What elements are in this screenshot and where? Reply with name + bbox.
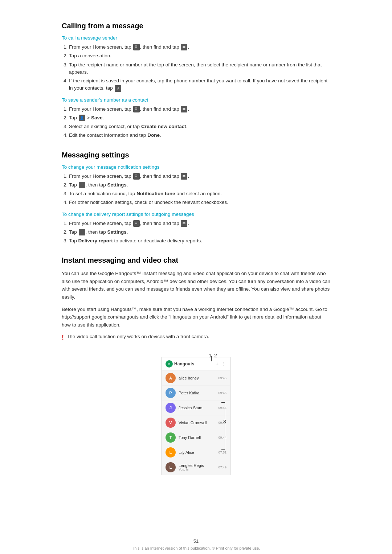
save-sender-steps: From your Home screen, tap ⠿, then find … <box>69 106 330 139</box>
avatar: A <box>166 373 176 383</box>
grid-icon: ⠿ <box>133 173 140 180</box>
list-item: From your Home screen, tap ⠿, then find … <box>69 44 330 51</box>
callout-3-bracket <box>221 402 225 450</box>
contact-name: alice honey <box>179 376 215 380</box>
note-text: The video call function only works on de… <box>67 333 209 340</box>
calling-section: Calling from a message To call a message… <box>62 22 330 139</box>
calling-title: Calling from a message <box>62 22 330 30</box>
menu-icon: ⋮ <box>79 182 85 188</box>
contact-row-jessica: J Jessica Stam 09:44 <box>162 401 230 415</box>
save-sender-subtitle: To save a sender's number as a contact <box>62 97 330 103</box>
contact-row-lengles: L Lengles Regis You: hi 07:49 <box>162 460 230 475</box>
instant-paragraph-1: You can use the Google Hangouts™ instant… <box>62 270 330 301</box>
list-item: Select an existing contact, or tap Creat… <box>69 123 330 130</box>
call-sender-subtitle: To call a message sender <box>62 35 330 41</box>
instant-title: Instant messaging and video chat <box>62 256 330 264</box>
contact-row-alice: A alice honey 09:45 <box>162 371 230 386</box>
grid-icon: ⠿ <box>133 44 140 50</box>
contact-row-vivian: V Vivian Cromwell 09:44 <box>162 415 230 430</box>
divider-line <box>211 356 212 361</box>
list-item: Tap Delivery report to activate or deact… <box>69 237 330 245</box>
overflow-icon[interactable]: ⋮ <box>221 361 226 367</box>
hangouts-header-icons: + ⋮ <box>216 361 226 367</box>
list-item: Tap a conversation. <box>69 52 330 59</box>
screenshot-wrapper: 1 2 Hangouts <box>134 346 258 475</box>
notification-settings-subtitle: To change your message notification sett… <box>62 164 330 170</box>
contact-name: Tony Darnell <box>179 435 215 440</box>
contact-name: Jessica Stam <box>179 406 215 410</box>
contact-time: 09:45 <box>218 391 226 395</box>
messaging-title: Messaging settings <box>62 151 330 159</box>
list-item: If the recipient is saved in your contac… <box>69 77 330 92</box>
avatar: V <box>166 418 176 428</box>
delivery-steps: From your Home screen, tap ⠿, then find … <box>69 220 330 245</box>
avatar: P <box>166 388 176 398</box>
list-item: From your Home screen, tap ⠿, then find … <box>69 106 330 113</box>
contact-name: Vivian Cromwell <box>179 420 215 425</box>
msg-icon: ✉ <box>181 106 187 112</box>
list-item: For other notification settings, check o… <box>69 199 330 206</box>
page-content: Calling from a message To call a message… <box>47 0 345 531</box>
hangouts-logo-icon <box>166 360 173 368</box>
contact-name: Lily Alice <box>179 450 215 455</box>
menu-icon: ⋮ <box>79 229 85 235</box>
delivery-settings-subtitle: To change the delivery report settings f… <box>62 212 330 217</box>
msg-icon: ✉ <box>181 44 187 50</box>
note-row: ! The video call function only works on … <box>62 333 330 342</box>
notification-steps: From your Home screen, tap ⠿, then find … <box>69 173 330 206</box>
callout-2: 2 <box>214 353 217 358</box>
page-footer: 51 This is an Internet version of this p… <box>47 531 345 554</box>
contact-row-tony: T Tony Darnell 09:44 <box>162 430 230 445</box>
contact-sub: You: hi <box>179 468 215 471</box>
callout-3: 3 <box>223 419 226 424</box>
person-icon: 👤 <box>79 115 85 121</box>
contact-time: 07:49 <box>218 465 226 469</box>
contact-name: Peter Kafka <box>179 391 215 395</box>
list-item: Tap 👤 > Save. <box>69 114 330 122</box>
avatar: J <box>166 403 176 413</box>
instant-section: Instant messaging and video chat You can… <box>62 256 330 475</box>
list-item: Tap ⋮, then tap Settings. <box>69 229 330 236</box>
screenshot-container: 1 2 Hangouts <box>62 346 330 475</box>
contact-name: Lengles Regis <box>179 463 215 468</box>
grid-icon: ⠿ <box>133 106 140 112</box>
msg-icon: ✉ <box>181 220 187 227</box>
hangouts-header: Hangouts + ⋮ <box>162 357 230 371</box>
hangouts-label: Hangouts <box>174 361 194 366</box>
instant-paragraph-2: Before you start using Hangouts™, make s… <box>62 305 330 329</box>
avatar: T <box>166 432 176 443</box>
contact-row-lily: L Lily Alice 07:51 <box>162 445 230 460</box>
grid-icon: ⠿ <box>133 220 140 227</box>
hangouts-logo: Hangouts <box>166 360 194 368</box>
call-sender-steps: From your Home screen, tap ⠿, then find … <box>69 44 330 92</box>
add-icon[interactable]: + <box>216 361 219 367</box>
svg-point-0 <box>167 362 171 366</box>
contact-time: 07:51 <box>218 451 226 454</box>
list-item: Tap the recipient name or number at the … <box>69 61 330 76</box>
list-item: From your Home screen, tap ⠿, then find … <box>69 173 330 180</box>
contact-row-peter: P Peter Kafka 09:45 <box>162 386 230 401</box>
msg-icon: ✉ <box>181 173 187 180</box>
footer-text: This is an Internet version of this publ… <box>47 546 345 550</box>
list-item: From your Home screen, tap ⠿, then find … <box>69 220 330 227</box>
list-item: Tap ⋮, then tap Settings. <box>69 181 330 189</box>
contact-time: 09:45 <box>218 376 226 380</box>
messaging-section: Messaging settings To change your messag… <box>62 151 330 245</box>
hangouts-screenshot: Hangouts + ⋮ A alice honey 09:45 <box>162 357 230 475</box>
avatar: L <box>166 447 176 457</box>
list-item: Edit the contact information and tap Don… <box>69 132 330 139</box>
page-number: 51 <box>47 538 345 544</box>
avatar: L <box>166 462 176 472</box>
list-item: To set a notification sound, tap Notific… <box>69 190 330 197</box>
call-icon: ↗ <box>115 85 121 92</box>
exclamation-icon: ! <box>62 333 64 342</box>
